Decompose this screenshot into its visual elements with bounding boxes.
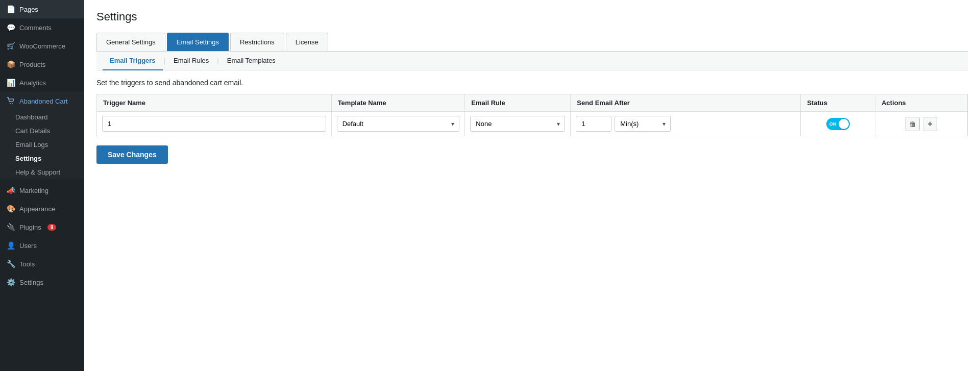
time-group: Min(s) Hour(s) Day(s) (576, 116, 795, 132)
cell-actions: 🗑 + (875, 112, 968, 136)
col-actions: Actions (875, 94, 968, 112)
cell-template-name: Default (331, 112, 465, 136)
sidebar-item-label: Settings (19, 279, 43, 286)
sidebar-item-woocommerce[interactable]: 🛒 WooCommerce (0, 37, 84, 55)
status-toggle-wrap: ON (806, 118, 870, 130)
sidebar-item-label: Appearance (19, 205, 55, 213)
sidebar-item-users[interactable]: 👤 Users (0, 236, 84, 255)
sidebar-submenu-dashboard[interactable]: Dashboard (0, 110, 84, 124)
col-template-name: Template Name (331, 94, 465, 112)
sidebar-item-pages[interactable]: 📄 Pages (0, 0, 84, 18)
sidebar-item-label: Products (19, 61, 45, 68)
email-rule-select-wrap: None (470, 116, 565, 132)
main-content: Settings General Settings Email Settings… (84, 0, 980, 371)
svg-point-0 (10, 103, 11, 104)
submenu-label: Cart Details (15, 127, 50, 135)
col-send-email-after: Send Email After (571, 94, 801, 112)
tab-email-rules[interactable]: Email Rules (166, 52, 216, 70)
sidebar-item-marketing[interactable]: 📣 Marketing (0, 181, 84, 200)
comments-icon: 💬 (6, 23, 15, 32)
plugins-icon: 🔌 (6, 222, 15, 232)
sidebar-item-tools[interactable]: 🔧 Tools (0, 255, 84, 273)
sidebar-item-label: Tools (19, 260, 35, 268)
sidebar-item-abandoned-cart[interactable]: Abandoned Cart (0, 92, 84, 110)
sidebar-submenu-settings[interactable]: Settings (0, 152, 84, 165)
cell-status: ON (801, 112, 875, 136)
tab-divider-2: | (216, 52, 219, 70)
time-unit-select[interactable]: Min(s) Hour(s) Day(s) (615, 116, 671, 132)
primary-tabs: General Settings Email Settings Restrict… (96, 33, 968, 52)
secondary-tabs: Email Triggers | Email Rules | Email Tem… (96, 52, 968, 70)
sidebar-item-label: Comments (19, 24, 52, 32)
sidebar-submenu-email-logs[interactable]: Email Logs (0, 138, 84, 152)
sidebar: 📄 Pages 💬 Comments 🛒 WooCommerce 📦 Produ… (0, 0, 84, 371)
cell-trigger-name (97, 112, 332, 136)
action-buttons: 🗑 + (880, 117, 962, 131)
col-status: Status (801, 94, 875, 112)
sidebar-item-label: Marketing (19, 187, 48, 194)
analytics-icon: 📊 (6, 78, 15, 87)
email-rule-select[interactable]: None (470, 116, 565, 132)
sidebar-item-label: Plugins (19, 224, 41, 231)
sidebar-item-settings[interactable]: ⚙️ Settings (0, 273, 84, 291)
tab-email-settings[interactable]: Email Settings (167, 33, 229, 51)
woocommerce-icon: 🛒 (6, 41, 15, 51)
section-description: Set the triggers to send abandoned cart … (96, 79, 968, 87)
sidebar-submenu-cart-details[interactable]: Cart Details (0, 124, 84, 138)
tab-email-templates[interactable]: Email Templates (220, 52, 283, 70)
tools-icon: 🔧 (6, 259, 15, 268)
template-name-select[interactable]: Default (337, 116, 460, 132)
sidebar-item-plugins[interactable]: 🔌 Plugins 9 (0, 218, 84, 236)
sidebar-item-label: Abandoned Cart (19, 97, 68, 105)
cell-send-after: Min(s) Hour(s) Day(s) (571, 112, 801, 136)
col-trigger-name: Trigger Name (97, 94, 332, 112)
submenu-label: Help & Support (15, 168, 60, 176)
page-title: Settings (96, 10, 968, 23)
sidebar-item-label: WooCommerce (19, 42, 65, 50)
delete-button[interactable]: 🗑 (905, 117, 920, 131)
settings-icon: ⚙️ (6, 278, 15, 287)
tab-license[interactable]: License (286, 33, 328, 51)
tab-general-settings[interactable]: General Settings (96, 33, 165, 51)
tab-email-triggers[interactable]: Email Triggers (103, 52, 163, 70)
appearance-icon: 🎨 (6, 204, 15, 213)
sidebar-item-analytics[interactable]: 📊 Analytics (0, 73, 84, 92)
add-button[interactable]: + (923, 117, 937, 131)
cell-email-rule: None (465, 112, 571, 136)
trigger-table: Trigger Name Template Name Email Rule Se… (96, 94, 968, 136)
table-row: Default None (97, 112, 968, 136)
submenu-label: Email Logs (15, 141, 48, 149)
marketing-icon: 📣 (6, 186, 15, 195)
time-unit-select-wrap: Min(s) Hour(s) Day(s) (615, 116, 671, 132)
abandoned-cart-icon (6, 96, 15, 106)
svg-point-1 (12, 103, 13, 104)
tab-restrictions[interactable]: Restrictions (230, 33, 284, 51)
submenu-label: Settings (15, 155, 41, 162)
trigger-name-input[interactable] (102, 116, 326, 132)
sidebar-item-comments[interactable]: 💬 Comments (0, 18, 84, 37)
plugins-badge: 9 (47, 224, 57, 231)
sidebar-item-label: Pages (19, 6, 38, 13)
sidebar-item-label: Users (19, 242, 37, 250)
pages-icon: 📄 (6, 5, 15, 14)
col-email-rule: Email Rule (465, 94, 571, 112)
send-after-value-input[interactable] (576, 116, 611, 132)
toggle-knob (839, 119, 849, 129)
products-icon: 📦 (6, 60, 15, 69)
users-icon: 👤 (6, 241, 15, 250)
sidebar-item-label: Analytics (19, 79, 46, 87)
sidebar-item-products[interactable]: 📦 Products (0, 55, 84, 73)
save-changes-button[interactable]: Save Changes (96, 145, 168, 164)
tab-divider-1: | (163, 52, 166, 70)
toggle-on-label: ON (829, 121, 837, 127)
sidebar-submenu-help-support[interactable]: Help & Support (0, 165, 84, 179)
submenu-label: Dashboard (15, 113, 48, 121)
status-toggle[interactable]: ON (826, 118, 850, 130)
template-select-wrap: Default (337, 116, 460, 132)
sidebar-item-appearance[interactable]: 🎨 Appearance (0, 200, 84, 218)
